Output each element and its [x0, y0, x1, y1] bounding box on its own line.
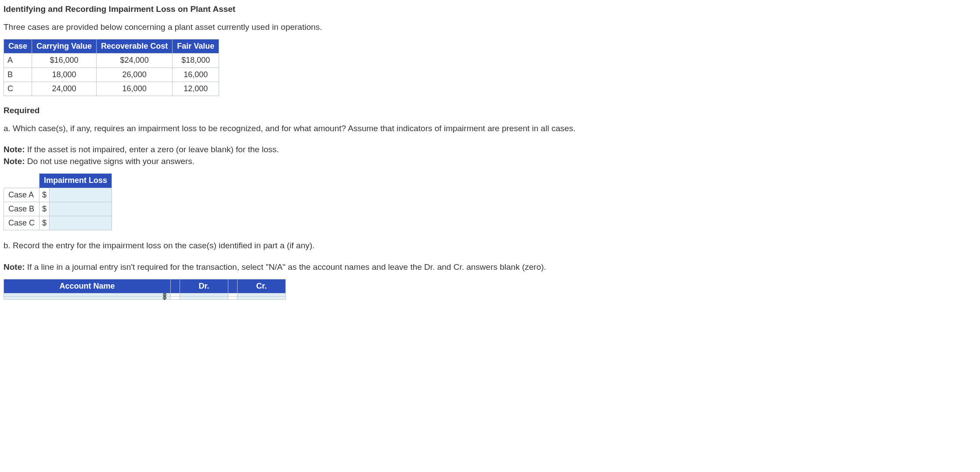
col-fair-value: Fair Value [173, 39, 219, 54]
dollar-sign: $ [40, 216, 50, 230]
table-row: Case A $ [4, 188, 112, 202]
cell-case: C [4, 82, 32, 96]
blank-header [228, 279, 238, 293]
account-name-select[interactable] [4, 293, 171, 297]
note-text: Do not use negative signs with your answ… [25, 157, 195, 166]
cell-case: A [4, 54, 32, 68]
dr-input[interactable] [180, 293, 228, 297]
cell-recoverable: $24,000 [97, 54, 173, 68]
note-text: If a line in a journal entry isn't requi… [25, 262, 546, 272]
cell-recoverable: 26,000 [97, 68, 173, 82]
dr-input[interactable] [180, 297, 228, 300]
cr-input[interactable] [238, 297, 286, 300]
dollar-sign: $ [40, 188, 50, 202]
note-text: If the asset is not impaired, enter a ze… [25, 145, 279, 154]
cr-input[interactable] [238, 293, 286, 297]
table-row: B 18,000 26,000 16,000 [4, 68, 219, 82]
note-3: Note: If a line in a journal entry isn't… [4, 261, 976, 273]
journal-entry-table: Account Name Dr. Cr. [4, 279, 286, 300]
note-2: Note: Do not use negative signs with you… [4, 156, 976, 168]
note-label: Note: [4, 157, 25, 166]
intro-text: Three cases are provided below concernin… [4, 21, 976, 33]
part-b-text: b. Record the entry for the impairment l… [4, 240, 976, 252]
blank-cell [171, 293, 180, 297]
col-dr: Dr. [180, 279, 228, 293]
note-label: Note: [4, 145, 25, 154]
blank-header [4, 174, 40, 188]
impairment-input-case-c[interactable] [50, 216, 112, 230]
col-carrying-value: Carrying Value [32, 39, 97, 54]
cell-fair: 12,000 [173, 82, 219, 96]
note-label: Note: [4, 262, 25, 272]
table-row: C 24,000 16,000 12,000 [4, 82, 219, 96]
impairment-input-case-b[interactable] [50, 202, 112, 216]
cases-data-table: Case Carrying Value Recoverable Cost Fai… [4, 39, 219, 96]
required-heading: Required [4, 105, 976, 117]
impairment-input-case-a[interactable] [50, 188, 112, 202]
cell-fair: $18,000 [173, 54, 219, 68]
cell-carrying: 24,000 [32, 82, 97, 96]
table-row [4, 293, 286, 297]
table-row: Case B $ [4, 202, 112, 216]
page-title: Identifying and Recording Impairment Los… [4, 4, 976, 15]
cell-carrying: 18,000 [32, 68, 97, 82]
dollar-sign: $ [40, 202, 50, 216]
account-name-select[interactable] [4, 297, 171, 300]
col-impairment-loss: Impairment Loss [40, 174, 112, 188]
part-a-text: a. Which case(s), if any, requires an im… [4, 123, 976, 135]
row-label: Case C [4, 216, 40, 230]
blank-cell [171, 297, 180, 300]
col-recoverable-cost: Recoverable Cost [97, 39, 173, 54]
cell-case: B [4, 68, 32, 82]
note-1: Note: If the asset is not impaired, ente… [4, 144, 976, 156]
cell-carrying: $16,000 [32, 54, 97, 68]
row-label: Case A [4, 188, 40, 202]
impairment-loss-table: Impairment Loss Case A $ Case B $ Case C… [4, 173, 112, 230]
blank-cell [228, 297, 238, 300]
cell-recoverable: 16,000 [97, 82, 173, 96]
blank-header [171, 279, 180, 293]
select-updown-icon [162, 296, 167, 300]
col-case: Case [4, 39, 32, 54]
blank-cell [228, 293, 238, 297]
table-row: A $16,000 $24,000 $18,000 [4, 54, 219, 68]
table-row [4, 297, 286, 300]
table-row: Case C $ [4, 216, 112, 230]
row-label: Case B [4, 202, 40, 216]
cell-fair: 16,000 [173, 68, 219, 82]
col-account-name: Account Name [4, 279, 171, 293]
col-cr: Cr. [238, 279, 286, 293]
